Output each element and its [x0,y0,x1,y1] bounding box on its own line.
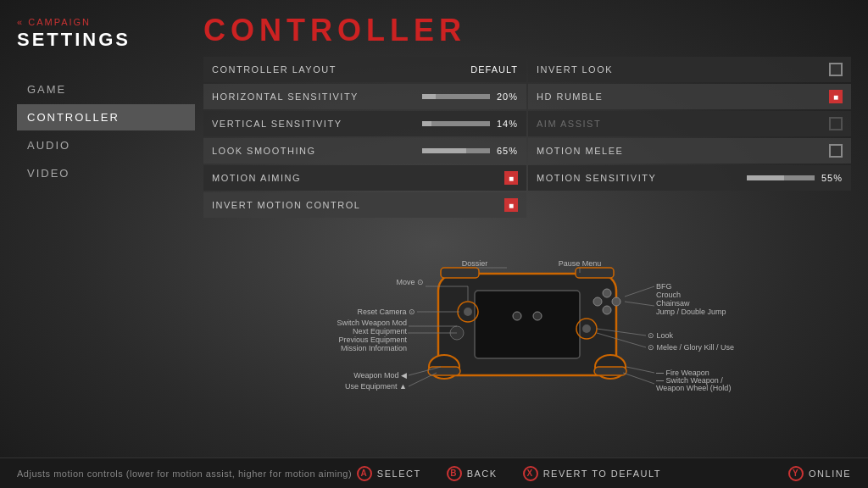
invert-look-checkbox[interactable] [829,63,843,76]
sidebar-item-controller[interactable]: CONTROLLER [17,104,195,130]
svg-rect-1 [475,291,580,358]
setting-controller-layout[interactable]: CONTROLLER LAYOUT DEFAULT [203,57,526,82]
setting-invert-motion-control[interactable]: INVERT MOTION CONTROL [203,192,526,218]
svg-point-9 [603,306,611,314]
svg-point-18 [533,312,542,320]
vert-sensitivity-label: VERTICAL SENSITIVITY [212,119,422,129]
svg-text:Weapon Wheel (Hold): Weapon Wheel (Hold) [656,384,731,392]
svg-rect-12 [576,268,614,278]
svg-line-34 [409,373,437,386]
svg-line-43 [625,302,654,306]
svg-text:Next Equipment: Next Equipment [353,327,408,336]
invert-look-label: INVERT LOOK [537,64,829,75]
controller-layout-value: DEFAULT [470,64,518,75]
page-title: CONTROLLER [203,13,851,48]
setting-hd-rumble[interactable]: HD RUMBLE [528,84,851,109]
invert-motion-checkbox[interactable] [504,198,518,212]
setting-invert-look[interactable]: INVERT LOOK [528,57,851,82]
svg-point-3 [464,308,472,316]
setting-motion-melee[interactable]: MOTION MELEE [528,138,851,164]
setting-look-smoothing[interactable]: LOOK SMOOTHING 65% [203,138,526,164]
content-area: CONTROLLER CONTROLLER LAYOUT DEFAULT INV… [195,0,868,488]
vert-sensitivity-slider[interactable] [422,121,490,126]
setting-horizontal-sensitivity[interactable]: HORIZONTAL SENSITIVITY 20% [203,84,526,109]
svg-text:Switch Weapon Mod: Switch Weapon Mod [337,319,407,327]
svg-text:Crouch: Crouch [656,291,681,299]
svg-point-10 [612,297,620,306]
svg-text:Reset Camera ⊙: Reset Camera ⊙ [357,308,415,316]
settings-title: SETTINGS [17,29,195,51]
settings-grid: CONTROLLER LAYOUT DEFAULT INVERT LOOK HO… [203,57,851,218]
look-smoothing-label: LOOK SMOOTHING [212,146,422,156]
sidebar-item-game[interactable]: GAME [17,76,195,103]
hd-rumble-checkbox[interactable] [829,90,843,103]
svg-text:Pause Menu: Pause Menu [559,259,602,268]
motion-melee-label: MOTION MELEE [537,146,829,156]
setting-vertical-sensitivity[interactable]: VERTICAL SENSITIVITY 14% [203,111,526,136]
motion-sensitivity-slider[interactable] [747,175,815,180]
svg-rect-15 [428,367,460,375]
motion-aiming-label: MOTION AIMING [212,173,504,183]
vert-sensitivity-value: 14% [497,119,518,129]
motion-sensitivity-label: MOTION SENSITIVITY [537,173,747,183]
setting-motion-sensitivity[interactable]: MOTION SENSITIVITY 55% [528,165,851,191]
invert-motion-label: INVERT MOTION CONTROL [212,200,504,210]
horiz-sensitivity-slider[interactable] [422,94,490,99]
controller-diagram-area: Dossier Move ⊙ Reset Camera ⊙ Switch Wea… [203,225,851,411]
look-smoothing-value: 65% [497,146,518,156]
sidebar-item-video[interactable]: VIDEO [17,160,195,186]
look-smoothing-slider[interactable] [422,148,490,153]
svg-point-17 [513,312,521,320]
campaign-label: CAMPAIGN [17,17,195,27]
aim-assist-checkbox [829,117,843,130]
motion-aiming-checkbox[interactable] [504,171,518,185]
hd-rumble-label: HD RUMBLE [537,92,829,102]
svg-text:Use Equipment ▲: Use Equipment ▲ [345,382,407,391]
setting-placeholder [528,192,851,218]
svg-text:Weapon Mod ◀: Weapon Mod ◀ [353,371,407,380]
svg-line-38 [625,286,654,297]
main-container: CAMPAIGN SETTINGS GAME CONTROLLER AUDIO … [0,0,868,488]
setting-motion-aiming[interactable]: MOTION AIMING [203,165,526,191]
svg-text:Jump / Double Jump: Jump / Double Jump [656,308,726,316]
svg-text:⊙ Melee / Glory Kill / Use: ⊙ Melee / Glory Kill / Use [648,343,734,352]
motion-melee-checkbox[interactable] [829,144,843,158]
svg-line-48 [626,367,654,373]
sidebar: CAMPAIGN SETTINGS GAME CONTROLLER AUDIO … [0,0,195,488]
svg-text:BFG: BFG [656,282,672,291]
svg-point-8 [603,289,611,297]
controller-svg: Dossier Move ⊙ Reset Camera ⊙ Switch Wea… [290,236,765,401]
svg-point-5 [582,324,591,333]
sidebar-item-audio[interactable]: AUDIO [17,132,195,158]
svg-text:⊙ Look: ⊙ Look [648,331,674,340]
horiz-sensitivity-value: 20% [497,92,518,102]
svg-text:Previous Equipment: Previous Equipment [338,336,407,344]
svg-line-50 [623,373,654,384]
svg-point-7 [593,297,602,306]
aim-assist-label: AIM ASSIST [537,119,829,129]
svg-text:Dossier: Dossier [462,259,488,268]
controller-layout-label: CONTROLLER LAYOUT [212,64,470,75]
motion-sensitivity-value: 55% [821,173,843,183]
svg-text:Chainsaw: Chainsaw [656,299,690,308]
svg-text:Mission Information: Mission Information [341,344,407,352]
setting-aim-assist: AIM ASSIST [528,111,851,136]
svg-text:Move ⊙: Move ⊙ [396,278,424,286]
horiz-sensitivity-label: HORIZONTAL SENSITIVITY [212,92,422,102]
svg-rect-16 [594,367,626,375]
svg-rect-11 [441,268,479,278]
